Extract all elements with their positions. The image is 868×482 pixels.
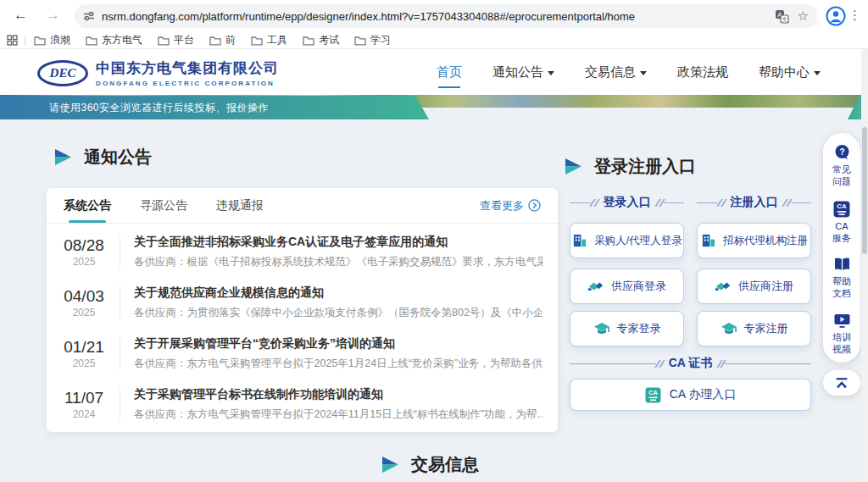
translate-icon[interactable]: A文: [775, 9, 789, 24]
company-logo[interactable]: DEC 中国东方电气集团有限公司 DONGFANG ELECTRIC CORPO…: [37, 58, 279, 87]
forward-icon[interactable]: →: [46, 7, 60, 24]
notice-banner-text: 请使用360安全浏览器进行后续投标、报价操作: [49, 101, 269, 115]
notices-tab-bar: 系统公告 寻源公告 违规通报 查看更多: [47, 188, 558, 224]
notice-list-item[interactable]: 08/28 2025 关于全面推进非招标采购业务CA认证及电子签章应用的通知 各…: [57, 226, 542, 277]
group-label: CA 证书: [669, 356, 713, 371]
bookmark-folder[interactable]: 平台: [158, 33, 194, 47]
sidebar-item-label: 培训视频: [831, 331, 853, 356]
bookmarks-bar: 浪潮 东方电气 平台 前 工具 考试 学习: [0, 32, 868, 49]
nav-notices[interactable]: 通知公告: [492, 64, 554, 80]
nav-policies[interactable]: 政策法规: [677, 64, 728, 80]
nav-trade-info[interactable]: 交易信息: [585, 64, 647, 80]
back-to-top-button[interactable]: [823, 370, 860, 396]
notices-section-heading: 通知公告: [53, 146, 152, 169]
nav-label: 交易信息: [585, 64, 636, 80]
login-group-header: 登录入口: [570, 195, 684, 210]
question-icon: ?: [833, 144, 851, 161]
notice-title[interactable]: 关于全面推进非招标采购业务CA认证及电子签章应用的通知: [134, 235, 542, 250]
notice-list-item[interactable]: 01/21 2025 关于开展采购管理平台“竞价采购业务”培训的通知 各供应商：…: [57, 328, 542, 379]
tab-label: 违规通报: [216, 198, 264, 212]
supplier-register-button[interactable]: 供应商注册: [697, 269, 811, 304]
tab-label: 寻源公告: [140, 198, 187, 212]
supplier-login-button[interactable]: 供应商登录: [570, 269, 684, 304]
profile-avatar[interactable]: [826, 6, 846, 30]
address-bar[interactable]: nsrm.dongfang.com/platform/runtime/epp/d…: [75, 4, 817, 28]
page-scrollbar[interactable]: [861, 49, 868, 482]
notice-desc: 各供应商：为贯彻落实《保障中小企业款项支付条例》（国务院令第802号）及《中小企…: [134, 306, 542, 320]
notice-date: 01/21 2025: [57, 338, 111, 369]
building-icon: [571, 233, 587, 248]
bookmark-folder[interactable]: 学习: [354, 33, 391, 47]
notice-list-item[interactable]: 04/03 2025 关于规范供应商企业规模信息的通知 各供应商：为贯彻落实《保…: [57, 277, 542, 328]
graduation-cap-icon: [721, 322, 737, 336]
back-icon[interactable]: ←: [14, 7, 28, 24]
expert-login-button[interactable]: 专家登录: [570, 311, 684, 346]
apps-grid-icon[interactable]: [7, 35, 18, 46]
sidebar-item-label: 帮助文档: [831, 275, 853, 300]
nav-home[interactable]: 首页: [437, 64, 462, 80]
scrollbar-thumb[interactable]: [862, 127, 867, 254]
bookmark-label: 工具: [267, 33, 287, 47]
notice-title[interactable]: 关于采购管理平台标书在线制作功能培训的通知: [134, 387, 542, 402]
bookmark-folder[interactable]: 工具: [251, 33, 287, 47]
notice-date: 08/28 2025: [57, 236, 111, 268]
url-text[interactable]: nsrm.dongfang.com/platform/runtime/epp/d…: [102, 10, 766, 23]
bookmark-label: 平台: [174, 33, 194, 47]
group-label: 注册入口: [731, 195, 778, 210]
divider: [120, 337, 120, 369]
browser-menu-icon[interactable]: ⋮: [849, 8, 861, 23]
button-label: CA 办理入口: [670, 387, 737, 402]
building-icon: [700, 233, 716, 248]
bookmarks-divider: [25, 36, 25, 46]
notice-list-item[interactable]: 11/07 2024 关于采购管理平台标书在线制作功能培训的通知 各供应商：东方…: [57, 379, 542, 429]
group-label: 登录入口: [604, 195, 651, 210]
notice-title[interactable]: 关于规范供应商企业规模信息的通知: [134, 285, 542, 301]
tab-system-notices[interactable]: 系统公告: [64, 189, 111, 223]
decorative-line: [570, 363, 656, 364]
notice-body: 关于规范供应商企业规模信息的通知 各供应商：为贯彻落实《保障中小企业款项支付条例…: [134, 285, 542, 320]
bookmark-star-icon[interactable]: ☆: [798, 8, 809, 24]
bookmark-folder[interactable]: 前: [209, 33, 236, 47]
sidebar-item-help-docs[interactable]: 帮助文档: [831, 257, 853, 300]
agency-register-button[interactable]: 招标代理机构注册: [697, 223, 811, 258]
decorative-line: [570, 202, 591, 203]
purchaser-login-button[interactable]: 采购人/代理人登录: [570, 223, 684, 258]
chevron-down-icon: [548, 71, 554, 75]
browser-window: ← → ↻ nsrm.dongfang.com/platform/runtime…: [0, 0, 868, 482]
video-monitor-icon: [833, 313, 851, 329]
notice-desc: 各供应商：根据《电子招标投标系统技术规范》《电子采购交易规范》要求，东方电气采购…: [134, 255, 542, 269]
sidebar-item-ca-service[interactable]: CA CA服务: [831, 201, 853, 245]
bookmark-folder[interactable]: 考试: [303, 33, 339, 47]
sidebar-item-faq[interactable]: ? 常见问题: [831, 144, 853, 188]
site-header: DEC 中国东方电气集团有限公司 DONGFANG ELECTRIC CORPO…: [0, 49, 868, 95]
notice-year: 2025: [57, 307, 111, 319]
book-icon: [833, 257, 851, 273]
svg-text:CA: CA: [837, 202, 847, 210]
nav-label: 首页: [437, 64, 462, 80]
section-arrow-icon: [380, 456, 400, 474]
tab-sourcing-notices[interactable]: 寻源公告: [140, 189, 187, 223]
notice-month-day: 11/07: [57, 389, 111, 407]
view-more-label: 查看更多: [480, 198, 524, 213]
notice-body: 关于采购管理平台标书在线制作功能培训的通知 各供应商：东方电气采购管理平台拟于2…: [134, 387, 542, 422]
divider: [120, 388, 120, 420]
bookmark-folder[interactable]: 东方电气: [86, 33, 142, 47]
trade-section-heading: 交易信息: [47, 453, 812, 476]
view-more-link[interactable]: 查看更多: [480, 198, 541, 213]
notice-desc: 各供应商：东方电气采购管理平台拟于2025年1月24日上线“竞价采购”业务，为帮…: [134, 357, 542, 371]
bookmark-label: 前: [225, 33, 236, 47]
notice-title[interactable]: 关于开展采购管理平台“竞价采购业务”培训的通知: [134, 336, 542, 352]
handshake-icon: [587, 280, 604, 294]
bookmark-folder[interactable]: 浪潮: [34, 33, 70, 47]
decorative-line: [664, 202, 685, 203]
ca-apply-button[interactable]: CA CA 办理入口: [570, 379, 811, 411]
button-label: 专家登录: [617, 321, 661, 336]
nav-help-center[interactable]: 帮助中心: [759, 64, 821, 80]
button-label: 供应商登录: [611, 279, 666, 294]
nav-label: 政策法规: [677, 64, 728, 80]
tab-violation-reports[interactable]: 违规通报: [216, 189, 264, 223]
sidebar-item-training-videos[interactable]: 培训视频: [831, 313, 853, 356]
expert-register-button[interactable]: 专家注册: [697, 311, 811, 346]
register-group-header: 注册入口: [697, 195, 811, 210]
site-settings-icon[interactable]: [83, 10, 95, 22]
